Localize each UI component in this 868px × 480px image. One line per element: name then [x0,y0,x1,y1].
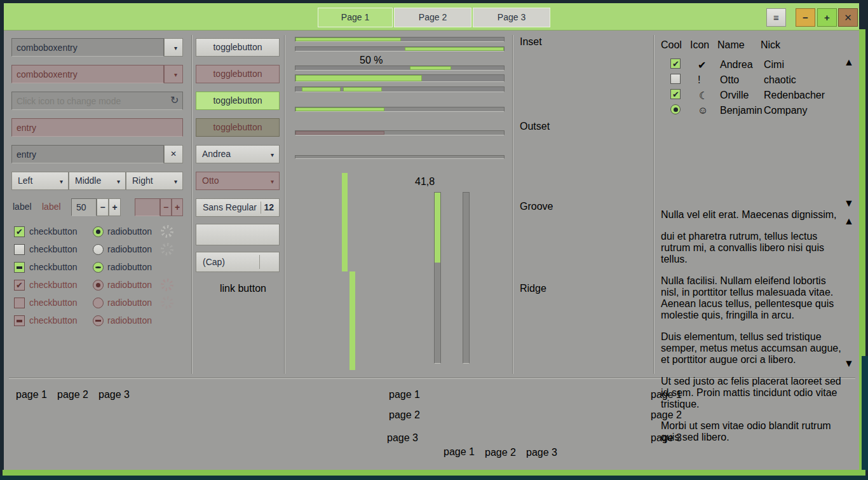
radiobutton-unselected[interactable] [93,244,104,255]
color-swatch [200,228,276,242]
dropdown-middle[interactable]: Middle▾ [69,172,126,190]
togglebutton[interactable]: togglebutton [196,38,280,57]
progress-fill [295,38,401,41]
progress-fill [405,47,504,51]
minimize-button[interactable]: − [796,8,815,27]
notebook-tab-page-1[interactable]: page 1 [16,389,55,409]
comboboxentry-dropdown-button[interactable]: ▾ [164,38,183,57]
tab-page-2[interactable]: Page 2 [394,8,471,27]
scroll-up-button[interactable]: ▲ [844,57,854,68]
notebook-tab-page-3[interactable]: page 3 [387,430,430,448]
table-cell-name[interactable]: Orville [720,90,749,101]
screen: Page 1 Page 2 Page 3 ≡ − + ✕ ▾ ▾ ↻ ✕ Lef… [0,0,868,480]
switch-knob[interactable] [238,306,257,325]
checkbutton-indeterminate[interactable] [14,262,25,273]
notebook-tab-page-2[interactable]: page 2 [651,409,691,427]
dropdown-left[interactable]: Left▾ [11,172,69,190]
font-button[interactable]: Sans Regular 12 [196,198,280,217]
tab-page-3[interactable]: Page 3 [473,8,550,27]
separator [512,35,513,374]
table-row-checkbox[interactable] [670,58,681,69]
color-button[interactable] [196,224,280,245]
checkbutton-unchecked[interactable] [14,244,25,255]
textview-scrollbar[interactable]: ▲ ▼ [844,215,854,370]
minus-icon: − [100,202,105,212]
radiobutton-label: radiobutton [107,226,152,237]
table-cell-name[interactable]: Andrea [720,59,753,71]
notebook-tab-page-3[interactable]: page 3 [526,447,566,466]
link-button[interactable]: link button [220,283,266,294]
notebook-tab-page-3[interactable]: page 3 [651,430,693,448]
table-cell-name[interactable]: Benjamin [720,105,763,116]
switch-on[interactable] [217,306,257,326]
combobox-andrea[interactable]: Andrea▾ [196,145,280,163]
column-header-icon[interactable]: Icon [690,39,717,51]
vertical-scale-trough[interactable] [434,192,441,364]
scale-handle-disabled [376,126,390,140]
notebook-tab-page-1[interactable]: page 1 [444,446,483,466]
comboboxentry-input[interactable] [11,38,164,57]
table-row-radio[interactable] [670,104,681,114]
spin-minus-button[interactable]: − [97,198,109,216]
monkey-face-icon: ☺ [698,105,708,116]
hamburger-icon: ≡ [773,12,779,23]
tab-page-1[interactable]: Page 1 [318,8,393,27]
menu-button[interactable]: ≡ [766,8,786,27]
checkbutton-checked[interactable] [14,226,25,237]
treeview-scrollbar[interactable]: ▲ ▼ [844,56,854,210]
column-header-cool[interactable]: Cool [661,39,690,51]
table-cell-nick[interactable]: Cimi [764,59,784,71]
clear-entry-button[interactable]: ✕ [164,145,183,163]
dropdown-middle-label: Middle [75,175,101,186]
scroll-down-button[interactable]: ▼ [844,198,854,209]
scale-marks-handle[interactable] [395,151,404,164]
chevron-down-icon: ▾ [117,172,120,189]
mode-entry[interactable] [11,92,183,110]
togglebutton-active[interactable]: togglebutton [196,92,280,110]
spin-plus-button[interactable]: + [109,198,121,216]
notebook-tab-page-2[interactable]: page 2 [389,409,430,427]
scroll-up-button[interactable]: ▲ [844,216,854,227]
checkbutton-unchecked-disabled [14,298,25,308]
table-row-checkbox[interactable] [670,74,681,84]
scale-handle[interactable] [376,102,390,116]
table-cell-nick[interactable]: Redenbacher [764,90,825,101]
clear-icon: ✕ [170,149,177,158]
scale-trough[interactable] [295,107,505,112]
progress-fill [302,87,341,92]
progressbar-rtl [295,46,505,51]
vertical-scale-handle-disabled [457,256,475,270]
entry[interactable] [11,145,164,163]
dropdown-right[interactable]: Right▾ [126,172,183,190]
titlebar[interactable]: Page 1 Page 2 Page 3 ≡ − + ✕ [4,3,859,31]
notebook-tab-page-2[interactable]: page 2 [57,389,97,408]
table-cell-nick[interactable]: chaotic [764,74,796,86]
scroll-down-button[interactable]: ▼ [844,358,854,369]
table-row-checkbox[interactable] [670,89,681,99]
plus-icon: + [175,202,180,212]
level-fill [342,173,348,271]
notebook-tab-page-2[interactable]: page 2 [485,447,524,466]
textview[interactable]: Nulla vel elit erat. Maecenas dignissim,… [661,215,844,370]
spinbutton-value[interactable]: 50 [71,198,97,216]
radiobutton-indeterminate[interactable] [93,262,104,273]
notebook-tab-page-3[interactable]: page 3 [98,389,138,408]
notebook-tab-page-1[interactable]: page 1 [651,389,691,407]
chevron-down-icon: ▾ [271,146,274,163]
table-cell-name[interactable]: Otto [720,74,739,86]
file-chooser-button[interactable]: (Cap) [196,252,280,272]
separator [191,35,193,374]
maximize-button[interactable]: + [817,8,837,27]
close-button[interactable]: ✕ [838,8,858,27]
column-header-name[interactable]: Name [717,39,761,51]
column-header-nick[interactable]: Nick [761,39,844,51]
frame-outset-label: Outset [520,121,550,132]
vertical-scale-handle[interactable] [428,256,446,270]
refresh-icon[interactable]: ↻ [170,94,179,106]
textview-paragraph: dui et pharetra rutrum, tellus lectus ru… [661,231,844,265]
table-cell-nick[interactable]: Company [764,105,807,116]
radiobutton-selected[interactable] [93,226,104,237]
checkbutton-label-disabled: checkbutton [29,280,78,290]
spinner-icon [161,296,173,309]
notebook-tab-page-1[interactable]: page 1 [389,389,430,407]
